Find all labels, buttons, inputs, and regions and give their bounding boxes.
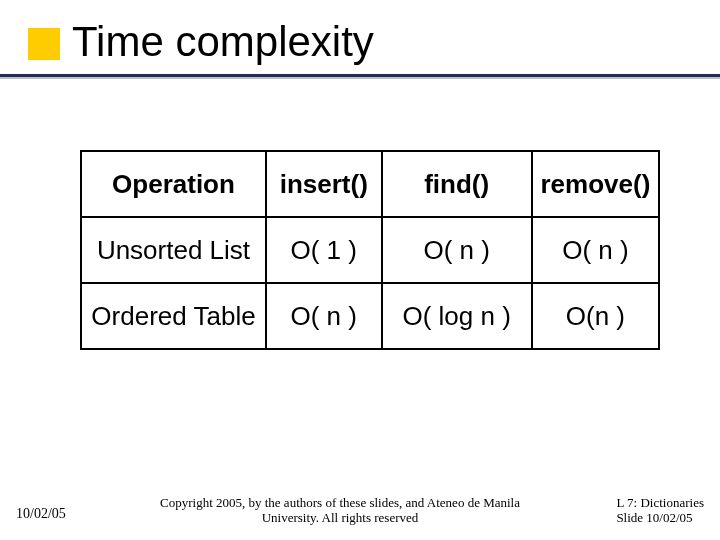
cell-remove: O(n ) (532, 283, 659, 349)
table-header-row: Operation insert() find() remove() (81, 151, 659, 217)
complexity-table-wrap: Operation insert() find() remove() Unsor… (80, 150, 660, 350)
footer-lecture: L 7: Dictionaries (616, 495, 704, 511)
cell-find: O( n ) (382, 217, 532, 283)
cell-insert: O( 1 ) (266, 217, 382, 283)
footer: 10/02/05 Copyright 2005, by the authors … (0, 488, 720, 528)
title-bullet-icon (28, 28, 60, 60)
footer-slideinfo: L 7: Dictionaries Slide 10/02/05 (616, 495, 704, 526)
footer-slide: Slide 10/02/05 (616, 510, 704, 526)
cell-remove: O( n ) (532, 217, 659, 283)
table-row: Ordered Table O( n ) O( log n ) O(n ) (81, 283, 659, 349)
footer-copyright: Copyright 2005, by the authors of these … (130, 495, 550, 526)
footer-date: 10/02/05 (16, 506, 66, 522)
col-operation: Operation (81, 151, 266, 217)
complexity-table: Operation insert() find() remove() Unsor… (80, 150, 660, 350)
title-block: Time complexity (60, 18, 680, 66)
table-row: Unsorted List O( 1 ) O( n ) O( n ) (81, 217, 659, 283)
cell-insert: O( n ) (266, 283, 382, 349)
row-label: Ordered Table (81, 283, 266, 349)
col-insert: insert() (266, 151, 382, 217)
col-remove: remove() (532, 151, 659, 217)
slide: Time complexity Operation insert() find(… (0, 0, 720, 540)
cell-find: O( log n ) (382, 283, 532, 349)
slide-title: Time complexity (60, 18, 680, 66)
col-find: find() (382, 151, 532, 217)
title-underline (0, 74, 720, 77)
row-label: Unsorted List (81, 217, 266, 283)
